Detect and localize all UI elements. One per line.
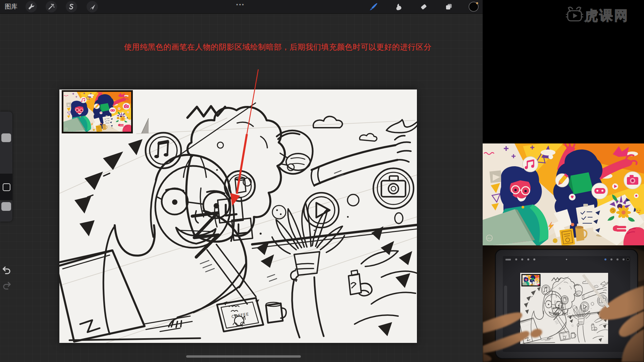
watermark-text: 虎课网: [585, 6, 629, 25]
instructor-video-feed: [483, 245, 644, 362]
undo-button[interactable]: [1, 265, 12, 276]
transform-arrow-icon: [89, 3, 96, 10]
redo-button[interactable]: [1, 281, 12, 292]
color-button[interactable]: [468, 1, 479, 12]
brush-sidebar: [0, 112, 12, 222]
adjustments-button[interactable]: [46, 1, 57, 12]
selection-button[interactable]: [66, 1, 77, 12]
screenshot-root: 图库 •••: [0, 0, 644, 362]
magic-wand-icon: [48, 3, 55, 10]
home-indicator[interactable]: [186, 355, 301, 358]
transform-button[interactable]: [87, 1, 98, 12]
more-options-button[interactable]: •••: [230, 1, 251, 8]
wrench-icon: [28, 3, 35, 10]
top-toolbar: 图库 •••: [0, 0, 483, 14]
actions-button[interactable]: [25, 1, 37, 12]
hukewang-watermark: 虎课网: [566, 6, 629, 25]
layers-icon: [445, 3, 453, 11]
hukewang-logo-icon: [566, 6, 583, 25]
eraser-icon: [420, 3, 428, 11]
modify-button[interactable]: [0, 174, 12, 200]
redo-icon: [2, 281, 12, 291]
smudge-icon: [394, 3, 402, 11]
brush-size-slider[interactable]: [0, 112, 12, 174]
brush-icon: [369, 2, 378, 11]
procreate-app: 图库 •••: [0, 0, 483, 362]
layers-button[interactable]: [443, 1, 454, 12]
color-swatch: [468, 1, 479, 12]
smudge-button[interactable]: [393, 1, 404, 12]
tutorial-annotation: 使用纯黑色的画笔在人物的阴影区域绘制暗部，后期我们填充颜色时可以更好的进行区分: [124, 42, 432, 52]
opacity-handle[interactable]: [1, 202, 11, 211]
reference-illustration: [483, 143, 644, 245]
drawing-canvas[interactable]: [59, 89, 417, 343]
brush-button[interactable]: [368, 1, 379, 12]
modify-square-icon: [3, 183, 10, 191]
undo-icon: [2, 265, 12, 276]
selection-icon: [68, 3, 75, 10]
opacity-slider[interactable]: [0, 201, 12, 222]
video-side-panel: 虎课网: [483, 0, 644, 362]
gallery-button[interactable]: 图库: [5, 2, 17, 11]
brush-size-handle[interactable]: [1, 133, 11, 142]
eraser-button[interactable]: [418, 1, 429, 12]
reference-thumbnail-art: [63, 92, 131, 132]
reference-image-thumbnail[interactable]: [62, 90, 133, 133]
